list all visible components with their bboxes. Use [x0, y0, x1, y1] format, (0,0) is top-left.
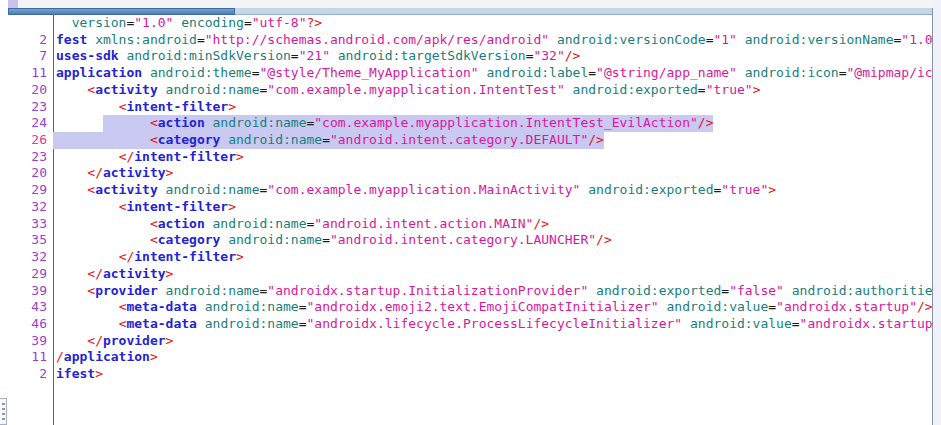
token-val: "utf-8"	[252, 15, 307, 30]
code-text[interactable]: <activity android:name="com.example.myap…	[53, 82, 932, 99]
code-text[interactable]: version="1.0" encoding="utf-8"?>	[53, 15, 932, 32]
code-text[interactable]: <category android:name="android.intent.c…	[53, 232, 932, 249]
code-text[interactable]: <meta-data android:name="androidx.lifecy…	[53, 316, 932, 333]
code-text[interactable]: application android:theme="@style/Theme_…	[53, 65, 932, 82]
token-val: "android.intent.category.DEFAULT"	[330, 132, 588, 147]
token-val: "com.example.myapplication.IntentTest"	[267, 82, 564, 97]
token-tag: action	[158, 115, 205, 130]
code-line: 32 </intent-filter>	[8, 249, 932, 266]
token-attr: android:name	[213, 115, 307, 130]
left-scrollbar-thumb[interactable]	[0, 398, 7, 425]
token-eq: =	[322, 132, 330, 147]
token-sp	[588, 283, 596, 298]
token-attr: android:minSdkVersion	[126, 48, 290, 63]
code-editor[interactable]: version="1.0" encoding="utf-8"?>2fest xm…	[8, 15, 932, 425]
line-number: 46	[8, 316, 53, 333]
code-text[interactable]: <category android:name="android.intent.c…	[53, 132, 932, 149]
line-number: 7	[8, 48, 53, 65]
token-punct: >	[228, 99, 236, 114]
code-text[interactable]: <action android:name="android.intent.act…	[53, 216, 932, 233]
code-line: 39 </provider>	[8, 333, 932, 350]
token-sp	[56, 333, 87, 348]
code-text[interactable]: </activity>	[53, 165, 932, 182]
left-margin	[0, 0, 8, 8]
token-tag: intent-filter	[126, 199, 228, 214]
token-sp	[56, 99, 119, 114]
token-val: "1.0"	[134, 15, 173, 30]
code-line: 11/application>	[8, 349, 932, 366]
code-text[interactable]: <provider android:name="androidx.startup…	[53, 283, 932, 300]
token-tag: activity	[95, 182, 158, 197]
token-attr: xmlns:android	[95, 32, 197, 47]
token-val: "1"	[713, 32, 736, 47]
token-tag: uses-sdk	[56, 48, 119, 63]
token-sp	[565, 82, 573, 97]
code-line: 39 <provider android:name="androidx.star…	[8, 283, 932, 300]
token-sp	[330, 48, 338, 63]
code-text[interactable]: ifest>	[53, 366, 932, 383]
token-val: "http://schemas.android.com/apk/res/andr…	[205, 32, 549, 47]
token-sp	[737, 65, 745, 80]
code-text[interactable]: <action android:name="com.example.myappl…	[53, 115, 932, 132]
code-line: version="1.0" encoding="utf-8"?>	[8, 15, 932, 32]
token-tag: application	[64, 349, 150, 364]
line-number: 23	[8, 99, 53, 116]
token-punct: <	[150, 115, 158, 130]
token-sp	[549, 32, 557, 47]
token-attr: android:exported	[596, 283, 721, 298]
code-text[interactable]: uses-sdk android:minSdkVersion="21" andr…	[53, 48, 932, 65]
vertical-scrollbar-area[interactable]	[933, 0, 941, 425]
token-sp	[737, 32, 745, 47]
horizontal-scrollbar-track[interactable]	[8, 8, 932, 15]
code-text[interactable]: <activity android:name="com.example.myap…	[53, 182, 932, 199]
line-number: 32	[8, 249, 53, 266]
code-text[interactable]: </intent-filter>	[53, 249, 932, 266]
token-sp	[197, 316, 205, 331]
token-attr: android:versionName	[745, 32, 894, 47]
code-text[interactable]: /application>	[53, 349, 932, 366]
token-sp	[87, 32, 95, 47]
token-sp	[205, 115, 213, 130]
line-number: 20	[8, 165, 53, 182]
code-text[interactable]: <intent-filter>	[53, 199, 932, 216]
token-tag: activity	[103, 165, 166, 180]
token-tag: provider	[103, 333, 166, 348]
token-punct: >	[150, 349, 158, 364]
code-line: 20 <activity android:name="com.example.m…	[8, 82, 932, 99]
token-eq: =	[291, 48, 299, 63]
line-number: 43	[8, 299, 53, 316]
token-sp	[56, 316, 119, 331]
token-punct: </	[87, 266, 103, 281]
token-attr: android:targetSdkVersion	[338, 48, 526, 63]
token-eq: =	[322, 232, 330, 247]
token-attr: version	[72, 15, 127, 30]
token-attr: android:name	[166, 182, 260, 197]
token-sp	[56, 165, 87, 180]
token-val: "1.0"	[901, 32, 932, 47]
token-attr: android:name	[166, 283, 260, 298]
code-line: 32 <intent-filter>	[8, 199, 932, 216]
token-punct: /	[56, 349, 64, 364]
code-line: 29 <activity android:name="com.example.m…	[8, 182, 932, 199]
token-attr: android:theme	[150, 65, 252, 80]
token-attr: android:exported	[573, 82, 698, 97]
code-text[interactable]: <intent-filter>	[53, 99, 932, 116]
token-sp	[659, 299, 667, 314]
code-text[interactable]: </activity>	[53, 266, 932, 283]
token-attr: android:exported	[588, 182, 713, 197]
code-text[interactable]: <meta-data android:name="androidx.emoji2…	[53, 299, 932, 316]
xml-editor-window: version="1.0" encoding="utf-8"?>2fest xm…	[0, 0, 941, 425]
token-sp	[56, 299, 119, 314]
token-tag: intent-filter	[134, 149, 236, 164]
code-text[interactable]: </provider>	[53, 333, 932, 350]
token-sp	[682, 316, 690, 331]
horizontal-scrollbar-thumb[interactable]	[8, 8, 235, 15]
code-text[interactable]: fest xmlns:android="http://schemas.andro…	[53, 32, 932, 49]
token-sp	[56, 216, 150, 231]
token-val: "android.intent.category.LAUNCHER"	[330, 232, 596, 247]
token-val: "@style/Theme_MyApplication"	[260, 65, 479, 80]
code-text[interactable]: </intent-filter>	[53, 149, 932, 166]
token-val: "@string/app_name"	[596, 65, 737, 80]
token-val: "true"	[706, 82, 753, 97]
line-number: 26	[8, 132, 53, 149]
